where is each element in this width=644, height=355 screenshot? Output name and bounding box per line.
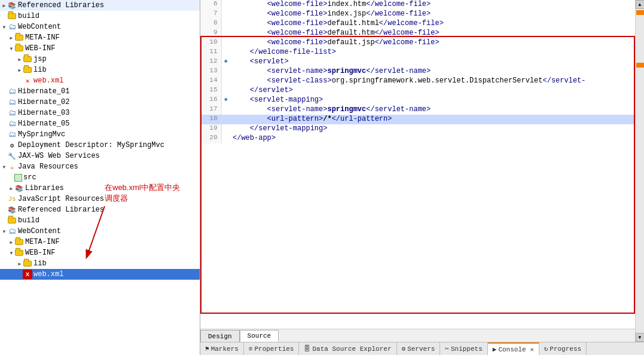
line-number: 16: [200, 96, 221, 105]
tree-item-ref-libs-top[interactable]: 📚 Referenced Libraries: [0, 0, 200, 11]
tree-item-jsp1[interactable]: jsp: [0, 54, 200, 65]
java-res-icon: ☕: [7, 162, 17, 172]
code-line-20: 20 </web-app>: [200, 134, 635, 143]
line-content: <welcome-file>default.html</welcome-file…: [230, 19, 635, 29]
code-editor: 6 <welcome-file>index.htm</welcome-file>…: [200, 0, 635, 342]
expand-arrow: [8, 35, 14, 41]
expand-arrow: [17, 271, 23, 277]
tree-item-meta-inf1[interactable]: META-INF: [0, 32, 200, 43]
scroll-down-button[interactable]: ▼: [636, 333, 645, 342]
scroll-up-button[interactable]: ▲: [636, 0, 645, 9]
folder-open-icon: 🗂: [7, 22, 17, 32]
tree-item-jax-ws[interactable]: 🔧 JAX-WS Web Services: [0, 151, 200, 161]
scroll-marker-mid: [636, 63, 644, 68]
js-res-icon: Js: [7, 194, 17, 204]
line-arrow: [221, 10, 230, 19]
expand-arrow: [1, 228, 7, 234]
tree-item-libraries[interactable]: 📚 Libraries: [0, 183, 200, 194]
markers-icon: ⚑: [205, 345, 209, 353]
line-content: <url-pattern>/*</url-pattern>: [230, 115, 635, 124]
scroll-track: [636, 9, 644, 333]
code-line-14: 14 <servlet-class>org.springframework.we…: [200, 76, 635, 86]
tree-item-hibernate05[interactable]: 🗂 Hibernate_05: [0, 118, 200, 129]
ref-lib-icon2: 📚: [7, 205, 17, 215]
expand-arrow: [1, 2, 7, 8]
tree-item-lib2[interactable]: lib: [0, 258, 200, 269]
code-line-16: 16 ◆ <servlet-mapping>: [200, 96, 635, 105]
line-arrow: [221, 38, 230, 48]
tree-item-hibernate03[interactable]: 🗂 Hibernate_03: [0, 108, 200, 118]
tree-item-webxml1[interactable]: ✕ web.xml: [0, 75, 200, 86]
folder-icon: 🗂: [7, 108, 17, 118]
tree-item-webcontent2[interactable]: 🗂 WebContent: [0, 226, 200, 237]
line-arrow: [221, 134, 230, 143]
code-line-18[interactable]: 18 <url-pattern>/*</url-pattern>: [200, 115, 635, 124]
tree-item-js-res[interactable]: Js JavaScript Resources: [0, 194, 200, 204]
code-line-19: 19 </servlet-mapping>: [200, 124, 635, 134]
line-arrow: [221, 19, 230, 29]
code-line-8: 8 <welcome-file>default.html</welcome-fi…: [200, 19, 635, 29]
expand-arrow: [1, 88, 7, 94]
ref-lib-icon: 📚: [7, 1, 17, 10]
folder-open-icon2: 🗂: [7, 227, 17, 236]
line-content: <servlet-name>springmvc</servlet-name>: [230, 67, 635, 76]
datasource-icon: 🗄: [304, 345, 310, 353]
tab-source[interactable]: Source: [240, 330, 279, 342]
folder-icon: 🗂: [7, 97, 17, 107]
tree-label: Hibernate_01: [18, 87, 69, 96]
status-tab-snippets[interactable]: ✂ Snippets: [440, 342, 487, 355]
datasource-label: Data Source Explorer: [312, 345, 391, 353]
code-line-10: 10 <welcome-file>default.jsp</welcome-fi…: [200, 38, 635, 48]
tree-item-deploy-desc[interactable]: ⚙ Deployment Descriptor: MySpringMvc: [0, 140, 200, 151]
code-area[interactable]: 6 <welcome-file>index.htm</welcome-file>…: [200, 0, 635, 329]
project-explorer: 📚 Referenced Libraries build 🗂 WebConten…: [0, 0, 200, 355]
tree-label: Hibernate_02: [18, 98, 69, 106]
console-label: Console: [498, 346, 526, 353]
tree-item-hibernate01[interactable]: 🗂 Hibernate_01: [0, 86, 200, 97]
folder-open-icon: [14, 44, 24, 53]
right-scrollbar[interactable]: ▲ ▼: [635, 0, 644, 342]
servers-icon: ⚙: [402, 345, 406, 353]
folder-icon3: [14, 237, 24, 247]
tree-item-web-inf1[interactable]: WEB-INF: [0, 43, 200, 54]
tree-item-hibernate02[interactable]: 🗂 Hibernate_02: [0, 97, 200, 108]
status-tab-markers[interactable]: ⚑ Markers: [200, 342, 244, 355]
tree-item-lib1[interactable]: lib: [0, 65, 200, 75]
line-number: 9: [200, 29, 221, 38]
tree-label: META-INF: [25, 238, 60, 246]
folder-icon: 🗂: [7, 119, 17, 128]
tree-item-java-res[interactable]: ☕ Java Resources: [0, 161, 200, 172]
status-tab-console[interactable]: ▶ Console ✕: [488, 342, 539, 355]
console-close-icon[interactable]: ✕: [530, 346, 534, 353]
status-tab-progress[interactable]: ↻ Progress: [539, 342, 587, 355]
tab-design[interactable]: Design: [200, 330, 240, 342]
tree-item-meta-inf2[interactable]: META-INF: [0, 237, 200, 247]
expand-arrow: [17, 56, 23, 62]
tree-item-webxml2[interactable]: x web.xml: [0, 269, 200, 280]
markers-label: Markers: [211, 345, 239, 353]
status-tab-servers[interactable]: ⚙ Servers: [397, 342, 441, 355]
expand-arrow: [1, 164, 7, 170]
tree-item-myspringmvc[interactable]: 🗂 MySpringMvc: [0, 129, 200, 140]
tree-label: Java Resources: [18, 163, 78, 171]
snippets-icon: ✂: [445, 345, 449, 353]
expand-arrow: [1, 196, 7, 202]
tree-item-src[interactable]: src: [0, 172, 200, 183]
folder-icon: [23, 65, 32, 75]
tree-item-build1[interactable]: build: [0, 11, 200, 22]
tree-item-web-inf2[interactable]: WEB-INF: [0, 247, 200, 258]
status-tab-datasource[interactable]: 🗄 Data Source Explorer: [299, 342, 396, 355]
status-tab-properties[interactable]: ≡ Properties: [244, 342, 300, 355]
line-number: 13: [200, 67, 221, 76]
expand-arrow: [17, 78, 23, 84]
libraries-icon: 📚: [14, 183, 24, 193]
line-content: <welcome-file>default.jsp</welcome-file>: [230, 38, 635, 48]
tree-item-build2[interactable]: build: [0, 215, 200, 226]
tree-item-webcontent1[interactable]: 🗂 WebContent: [0, 22, 200, 32]
expand-arrow: [1, 131, 7, 137]
line-arrow: [221, 105, 230, 115]
tree-label: Referenced Libraries: [18, 1, 104, 10]
tree-item-ref-libs[interactable]: 📚 Referenced Libraries: [0, 204, 200, 215]
expand-arrow: [1, 218, 7, 224]
line-arrow: [221, 115, 230, 124]
